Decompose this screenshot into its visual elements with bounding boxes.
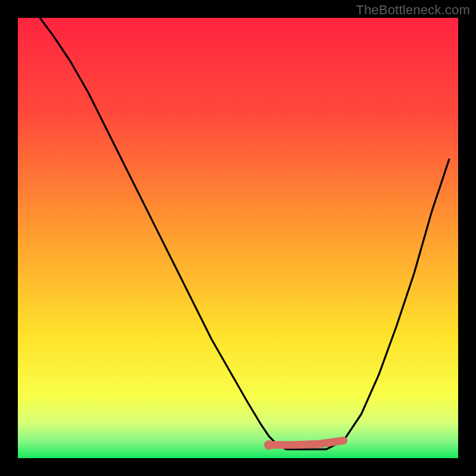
chart-area [18,18,458,458]
stage: TheBottleneck.com [0,0,476,476]
highlight-start-dot [264,440,274,450]
watermark: TheBottleneck.com [356,2,470,18]
chart-svg [18,18,458,458]
curve-line [40,18,449,449]
highlight-band [269,440,344,444]
